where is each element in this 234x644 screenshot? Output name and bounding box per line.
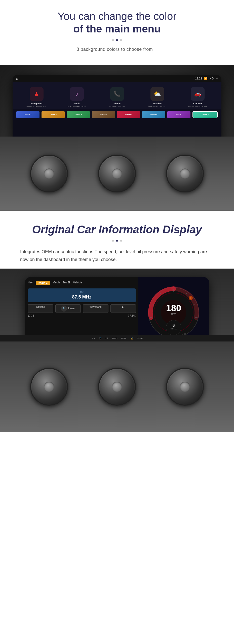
- section1-color-change: You can change the color of the main men…: [0, 0, 234, 65]
- wifi-icon: 📶: [204, 77, 208, 80]
- ctrl2-sync: SYNC: [137, 337, 143, 339]
- phone-symbol: 📞: [114, 91, 121, 97]
- section1-subtitle: 8 background colors to choose from，: [20, 46, 214, 52]
- svg-point-17: [184, 333, 186, 335]
- carinfo-icon-circle: 🚗: [191, 87, 205, 101]
- carinfo-symbol: 🚗: [194, 91, 201, 97]
- dot-1: [112, 39, 114, 41]
- weather-sub: Toggle weather interface: [148, 105, 167, 107]
- ctrl2-arrows: ▼▲: [91, 337, 95, 339]
- svg-text:180: 180: [166, 303, 181, 313]
- vent-center-inner: [112, 168, 122, 179]
- svg-text:X1000 rpm: X1000 rpm: [171, 328, 177, 330]
- theme-btn-8[interactable]: Theme 8: [192, 111, 218, 118]
- home-icon: ⌂: [16, 76, 18, 80]
- vent2-left: [30, 368, 68, 406]
- weather-label: Weather: [153, 102, 162, 105]
- nav-vehicle[interactable]: Vehicle: [73, 281, 82, 285]
- nav-media[interactable]: Media: [53, 281, 60, 285]
- screen-icon-weather[interactable]: ⛅ Weather Toggle weather interface: [146, 87, 169, 107]
- btn-waveband[interactable]: Waveband: [83, 304, 108, 313]
- weather-icon-circle: ⛅: [150, 87, 164, 101]
- screen2-temp: 37.5°C: [128, 314, 136, 317]
- theme-btn-4[interactable]: Theme 4: [92, 111, 115, 118]
- svg-text:km/h: km/h: [171, 313, 176, 315]
- ctrl2-auto: AUTO: [112, 337, 118, 339]
- nav-radio[interactable]: Radio▲: [36, 281, 50, 285]
- navigation-symbol: ▲: [33, 90, 40, 98]
- speedometer: 180 km/h 6: [146, 285, 201, 340]
- radio-frequency: 87.5 MHz: [30, 294, 133, 300]
- dot2-3: [120, 240, 122, 242]
- ctrl2-menu: MENU: [121, 337, 127, 339]
- svg-text:6: 6: [173, 323, 175, 328]
- dot-3: [120, 39, 122, 41]
- btn-arrow[interactable]: ▶: [110, 304, 136, 313]
- vents-area2: [0, 341, 234, 432]
- theme-btn-2[interactable]: Theme 2: [42, 111, 65, 118]
- heading-line2: of the main menu: [20, 23, 214, 35]
- back-icon: ↩: [216, 77, 218, 80]
- nav-tel[interactable]: Tel/☎: [63, 281, 70, 285]
- vent-right: [166, 155, 204, 192]
- vent-right-inner: [180, 168, 190, 179]
- radio-label: MY: [30, 291, 133, 293]
- vent2-right-inner: [180, 382, 190, 392]
- car-image-section2: Navi Radio▲ Media Tel/☎ Vehicle MY 87.5 …: [0, 269, 234, 432]
- search-icon-small: 🔍: [61, 306, 67, 312]
- car-image-section1: ⌂ 19:22 📶 HD ↩ ▲ Navigation Navigate for…: [0, 65, 234, 211]
- screen-icon-music[interactable]: ♪ Music Move Your Body - MYO: [65, 87, 88, 107]
- section2-description: Integrates OEM car centric functions.The…: [20, 248, 214, 263]
- section2-car-info: Original Car Information Display Integra…: [0, 211, 234, 269]
- theme-btn-1[interactable]: Theme 1: [16, 111, 40, 118]
- vent-left-inner: [44, 168, 54, 179]
- screen2-nav: Navi Radio▲ Media Tel/☎ Vehicle: [28, 280, 136, 286]
- screen-icon-navigation[interactable]: ▲ Navigation Navigate for you in real ti…: [25, 87, 48, 107]
- ctrl2-radio: 📻: [131, 337, 133, 339]
- theme-btn-3[interactable]: Theme 3: [67, 111, 90, 118]
- ctrl2-1up: 1⬆: [105, 337, 108, 339]
- theme-bar: Theme 1 Theme 2 Theme 3 Theme 4 Theme 5 …: [13, 109, 221, 120]
- section2-heading: Original Car Information Display: [20, 223, 214, 236]
- phone-icon-circle: 📞: [110, 87, 124, 101]
- phone-sub: No phone connected: [109, 105, 125, 107]
- btn-preset[interactable]: 🔍 Preset: [55, 304, 81, 313]
- weather-symbol: ⛅: [153, 90, 161, 97]
- carinfo-label: Car Info: [193, 102, 202, 105]
- ctrl2-phone: 📱: [99, 337, 101, 339]
- screen-icon-phone[interactable]: 📞 Phone No phone connected: [106, 87, 128, 107]
- section1-heading: You can change the color of the main men…: [20, 10, 214, 35]
- navigation-label: Navigation: [31, 102, 42, 105]
- btn-options[interactable]: Options: [28, 304, 53, 313]
- vent2-left-inner: [44, 382, 54, 392]
- music-symbol: ♪: [75, 90, 78, 97]
- screen1-header: ⌂ 19:22 📶 HD ↩: [13, 75, 221, 82]
- screen2-time: 17:35: [28, 314, 34, 317]
- phone-label: Phone: [113, 102, 121, 105]
- carinfo-sub: Display original car info: [188, 105, 207, 107]
- vent-left: [30, 155, 68, 192]
- theme-btn-6[interactable]: Theme 6: [142, 111, 165, 118]
- heading-line1: You can change the color: [58, 10, 176, 22]
- screen-status: 19:22 📶 HD ↩: [195, 77, 218, 80]
- screen-time: 19:22: [195, 77, 202, 80]
- theme-btn-5[interactable]: Theme 5: [117, 111, 140, 118]
- music-icon-circle: ♪: [70, 87, 84, 101]
- controls-strip2: ▼▲ 📱 1⬆ AUTO MENU 📻 SYNC: [0, 335, 234, 342]
- music-sub: Move Your Body - MYO: [67, 105, 86, 107]
- svg-text:!: !: [190, 297, 191, 299]
- nav-navi[interactable]: Navi: [28, 281, 33, 285]
- screen-icon-carinfo[interactable]: 🚗 Car Info Display original car info: [186, 87, 209, 107]
- svg-point-12: [166, 320, 181, 335]
- theme-btn-7[interactable]: Theme 7: [167, 111, 190, 118]
- navigation-icon-circle: ▲: [30, 87, 44, 101]
- vents-area1: [0, 137, 234, 211]
- time-temp-bar: 17:35 37.5°C: [28, 314, 136, 317]
- vent-center: [98, 155, 136, 192]
- vent2-center: [98, 368, 136, 406]
- section1-dots: [20, 39, 214, 41]
- section2-dots: [20, 240, 214, 242]
- radio-display: MY 87.5 MHz: [28, 288, 136, 302]
- music-label: Music: [73, 102, 80, 105]
- speedometer-svg: 180 km/h 6: [146, 285, 201, 340]
